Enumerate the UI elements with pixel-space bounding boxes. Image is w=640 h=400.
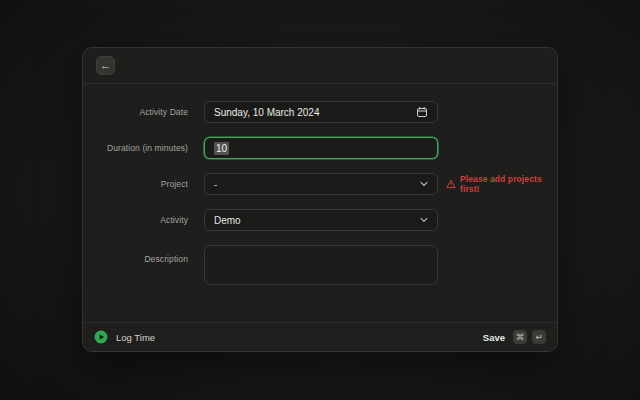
command-key-icon: ⌘: [513, 330, 527, 344]
save-button[interactable]: Save ⌘ ↵: [483, 330, 546, 344]
save-button-label: Save: [483, 332, 505, 343]
activity-label: Activity: [83, 215, 204, 225]
warning-icon: [446, 179, 456, 189]
activity-row: Activity Demo: [83, 209, 557, 231]
activity-select[interactable]: Demo: [204, 209, 438, 231]
duration-row: Duration (in minutes) 10: [83, 137, 557, 159]
project-error-text: Please add projects first!: [460, 174, 557, 194]
activity-date-input[interactable]: Sunday, 10 March 2024: [204, 101, 438, 123]
project-value: -: [214, 179, 217, 190]
play-icon: [94, 330, 108, 344]
description-textarea[interactable]: [204, 245, 438, 285]
log-time-form: Activity Date Sunday, 10 March 2024 Dura…: [83, 84, 557, 322]
activity-date-value: Sunday, 10 March 2024: [214, 107, 319, 118]
enter-key-icon: ↵: [532, 330, 546, 344]
activity-value: Demo: [214, 215, 241, 226]
duration-input[interactable]: 10: [204, 137, 438, 159]
footer-title: Log Time: [116, 332, 155, 343]
calendar-icon: [416, 106, 428, 118]
description-label: Description: [83, 245, 204, 264]
project-row: Project - Please add projects f: [83, 173, 557, 195]
activity-date-label: Activity Date: [83, 107, 204, 117]
back-button[interactable]: ←: [96, 56, 115, 75]
chevron-down-icon: [420, 181, 428, 187]
dialog-header: ←: [83, 48, 557, 84]
project-select[interactable]: -: [204, 173, 438, 195]
dialog-footer: Log Time Save ⌘ ↵: [83, 322, 557, 351]
duration-value: 10: [214, 142, 229, 155]
description-row: Description: [83, 245, 557, 285]
project-label: Project: [83, 179, 204, 189]
duration-label: Duration (in minutes): [83, 143, 204, 153]
chevron-down-icon: [420, 217, 428, 223]
log-time-dialog: ← Activity Date Sunday, 10 March 2024 Du…: [82, 47, 558, 352]
arrow-left-icon: ←: [100, 60, 111, 71]
project-error: Please add projects first!: [446, 174, 557, 194]
activity-date-row: Activity Date Sunday, 10 March 2024: [83, 101, 557, 123]
